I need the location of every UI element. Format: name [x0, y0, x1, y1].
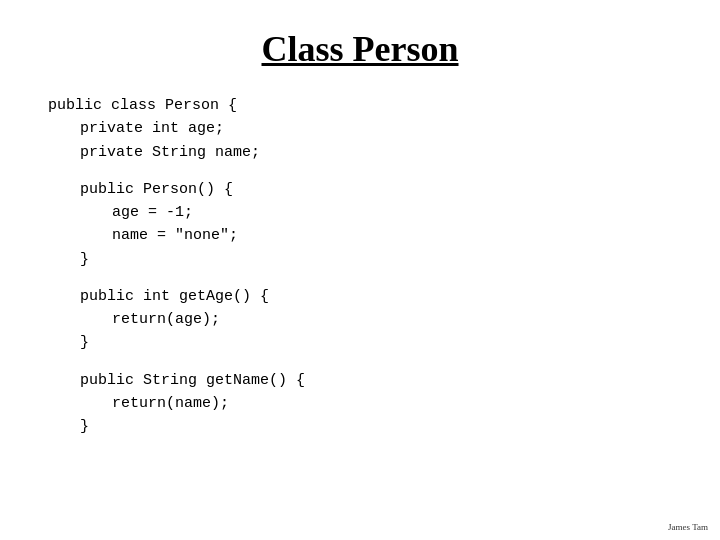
page-title: Class Person [0, 28, 720, 70]
code-line-12: return(name); [48, 392, 720, 415]
code-line-9: return(age); [48, 308, 720, 331]
code-line-11: public String getName() { [48, 369, 720, 392]
code-line-1: public class Person { [48, 94, 720, 117]
code-line-8: public int getAge() { [48, 285, 720, 308]
code-line-6: name = "none"; [48, 224, 720, 247]
blank-line-2 [48, 271, 720, 285]
blank-line-1 [48, 164, 720, 178]
code-line-10: } [48, 331, 720, 354]
code-line-3: private String name; [48, 141, 720, 164]
code-block: public class Person { private int age; p… [48, 94, 720, 438]
code-line-7: } [48, 248, 720, 271]
code-line-2: private int age; [48, 117, 720, 140]
code-line-13: } [48, 415, 720, 438]
code-line-4: public Person() { [48, 178, 720, 201]
blank-line-3 [48, 355, 720, 369]
code-line-5: age = -1; [48, 201, 720, 224]
watermark: James Tam [668, 522, 708, 532]
